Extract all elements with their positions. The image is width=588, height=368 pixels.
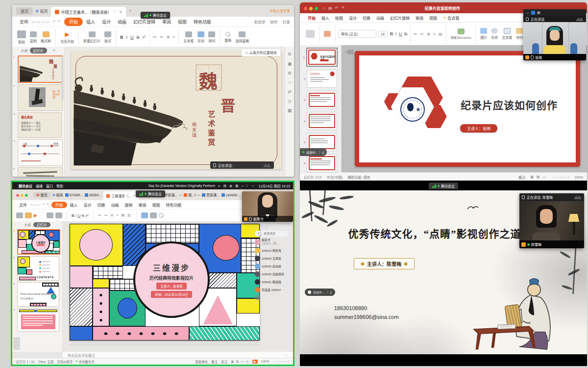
- theme-name[interactable]: Office 主题: [38, 359, 54, 364]
- star-icon[interactable]: ☆: [288, 80, 292, 85]
- strike-button[interactable]: S: [404, 31, 408, 36]
- slide-thumbnail-3[interactable]: Three-dimensional animation 3D动画概述: [17, 282, 59, 307]
- beautify-button[interactable]: 智能美化: [195, 359, 208, 364]
- tab-home[interactable]: 首页: [41, 193, 48, 197]
- webcam-window-zhangqi[interactable]: — ▦ 正在讲话 张琦: [523, 9, 586, 60]
- ppt-thumbnail-6[interactable]: [307, 154, 337, 172]
- layout-button[interactable]: 版式: [102, 31, 113, 43]
- menu-window[interactable]: 窗口: [46, 184, 53, 188]
- menu-features[interactable]: 特色功能: [163, 202, 185, 208]
- strike-button[interactable]: S: [135, 35, 141, 40]
- menu-animation[interactable]: 动画: [108, 202, 122, 208]
- menu-draw[interactable]: 绘图: [332, 15, 346, 21]
- textbox-button[interactable]: 文本框: [500, 28, 514, 40]
- layers-icon[interactable]: ▣: [288, 61, 292, 66]
- doc-tab[interactable]: ce0e66...: [221, 193, 240, 197]
- menu-insert[interactable]: 插入: [67, 202, 81, 208]
- format-painter-button[interactable]: 格式刷: [39, 31, 53, 43]
- menu-design[interactable]: 设计: [346, 15, 360, 21]
- participant-row[interactable]: 225030 初白婷: [255, 263, 288, 269]
- layout-button[interactable]: [55, 212, 62, 218]
- participant-row[interactable]: [255, 295, 288, 300]
- italic-button[interactable]: I: [75, 213, 76, 218]
- backup-status[interactable]: 本地备份开: [78, 359, 95, 364]
- new-slide-button[interactable]: 新建幻灯片: [81, 31, 102, 43]
- menu-insert[interactable]: 插入: [83, 19, 98, 25]
- sync-status[interactable]: 未同步: [254, 19, 266, 25]
- selection-pane-button[interactable]: 选择窗格: [233, 31, 251, 43]
- close-tab-icon[interactable]: ✕: [119, 10, 122, 14]
- participant-row[interactable]: 225030 初段煜丹: [255, 271, 288, 277]
- participant-row[interactable]: 赵隽兮(主持人, 我): [255, 238, 288, 245]
- zoom-slider[interactable]: − ──○── +: [552, 176, 569, 179]
- tab-slides[interactable]: 幻灯片: [33, 222, 50, 227]
- collapse-icon[interactable]: ❮: [327, 290, 332, 294]
- menu-review[interactable]: 审阅: [413, 15, 426, 21]
- webcam-window-zhaojunxi[interactable]: 赵隽兮: [242, 191, 293, 222]
- underline-button[interactable]: U: [399, 31, 403, 36]
- play-button[interactable]: ▶: [34, 213, 37, 218]
- picture-button[interactable]: 图片: [478, 28, 489, 40]
- menu-animation[interactable]: 动画: [114, 19, 130, 25]
- layout-icon[interactable]: [531, 11, 535, 15]
- superscript-button[interactable]: x²: [141, 35, 147, 39]
- pin-icon[interactable]: ♡: [113, 10, 117, 14]
- zoom-level[interactable]: 100%: [574, 176, 583, 179]
- meeting-collapsed-bar[interactable]: 说话中... ❮: [300, 148, 327, 156]
- panel-control-icon[interactable]: [265, 226, 268, 229]
- menu-features[interactable]: 特色功能: [190, 19, 215, 25]
- collaborate-button[interactable]: 协作: [270, 19, 278, 25]
- quick-icons[interactable]: ▭▭▭ ↶↷: [30, 203, 49, 207]
- new-tab-button[interactable]: +: [129, 8, 131, 13]
- copy-button[interactable]: 复制: [28, 31, 39, 43]
- slide-thumbnail-5[interactable]: [18, 167, 63, 177]
- doc-tab[interactable]: 思政课...: [202, 192, 220, 197]
- language-status[interactable]: 中文(中国): [327, 175, 343, 180]
- participant-row[interactable]: 225016 柯饶海: [255, 248, 288, 253]
- italic-button[interactable]: I: [125, 35, 129, 40]
- menu-slideshow[interactable]: 放映: [122, 202, 136, 208]
- status-icons[interactable]: ▸ ▤ ◉ ▦ ◃ ☾ ⌁: [219, 184, 255, 188]
- clock-icon[interactable]: ◷: [288, 99, 292, 104]
- collapse-icon[interactable]: ❮: [319, 151, 324, 154]
- comment-button[interactable]: 批注: [221, 359, 227, 364]
- paste-button[interactable]: 粘贴: [15, 30, 28, 44]
- participant-search[interactable]: [255, 231, 288, 237]
- new-slide-button[interactable]: [322, 31, 333, 37]
- paste-button[interactable]: [304, 30, 317, 38]
- shape-button[interactable]: [150, 212, 157, 218]
- format-painter-button[interactable]: [25, 212, 32, 218]
- menu-start[interactable]: 开始: [64, 18, 83, 26]
- strike-button[interactable]: S: [81, 213, 84, 218]
- editor-canvas[interactable]: ◎从离开的位置继续: [65, 47, 285, 177]
- promo-text[interactable]: 中秋大惠专享: [270, 8, 290, 13]
- panel-control-icon[interactable]: [260, 226, 263, 229]
- ppt-thumbnail-4[interactable]: [307, 112, 337, 130]
- tab-home[interactable]: 首页: [16, 7, 33, 15]
- menu-review[interactable]: 审阅: [159, 19, 174, 25]
- menu-design[interactable]: 设计: [81, 202, 95, 208]
- tab-outline[interactable]: 大纲: [24, 222, 31, 227]
- play-button[interactable]: ▶: [252, 360, 258, 364]
- zoom-level[interactable]: 100%: [261, 360, 270, 363]
- slide-thumbnail-4[interactable]: [17, 308, 59, 332]
- paragraph-tools[interactable]: ≔ ≕ ≣ ≡ ▤ ▥: [98, 213, 132, 217]
- bold-button[interactable]: B: [390, 31, 394, 36]
- window-controls[interactable]: [304, 3, 320, 12]
- participant-row[interactable]: 225030 王莉倩: [255, 256, 288, 261]
- slide-thumbnail-3[interactable]: 著名典故 掷果盈车——潘安 看杀卫玠——卫玠 傅粉何郎——何晏: [18, 112, 62, 138]
- zoom-slider[interactable]: − ──○── +: [272, 360, 289, 363]
- ppt-thumbnail-3[interactable]: [307, 91, 337, 109]
- webcam-controls[interactable]: — ▦: [523, 9, 586, 16]
- find-replace-button[interactable]: [159, 213, 164, 218]
- replace-button[interactable]: 替换: [222, 32, 233, 43]
- arrange-button[interactable]: 排列: [206, 31, 217, 43]
- quick-icons[interactable]: ▭▭▭▭ ↶↷: [32, 20, 61, 24]
- slide-thumbnail-1[interactable]: 三维漫步: [17, 229, 60, 255]
- tab-docs[interactable]: D 稻壳: [36, 8, 48, 14]
- paragraph-tools[interactable]: ≔ ≕ ≣ ≡: [152, 35, 176, 39]
- slide-thumbnail-2[interactable]: 咦！男性也化妆？: [18, 84, 63, 111]
- more-icon[interactable]: ⋯: [285, 353, 288, 357]
- meeting-indicator-pill[interactable]: 腾讯会议: [429, 183, 458, 189]
- menu-slideshow[interactable]: 幻灯片放映: [130, 19, 159, 25]
